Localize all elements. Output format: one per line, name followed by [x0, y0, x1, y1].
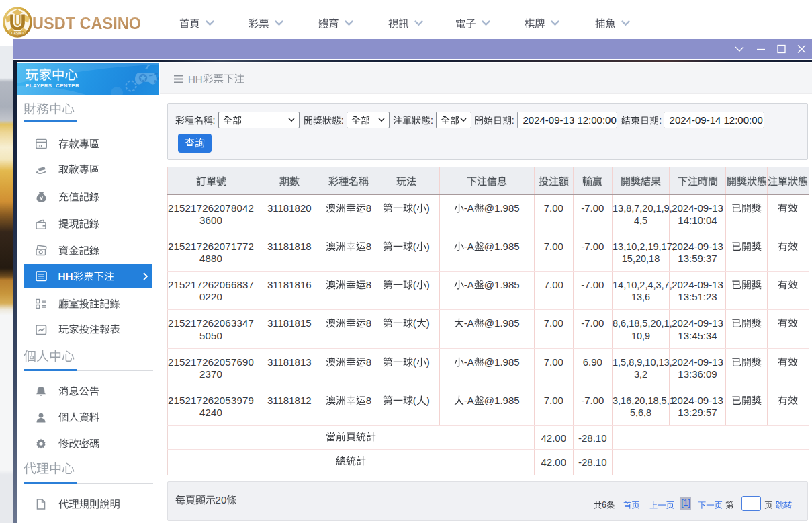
svg-text:CASINO: CASINO	[11, 32, 24, 35]
